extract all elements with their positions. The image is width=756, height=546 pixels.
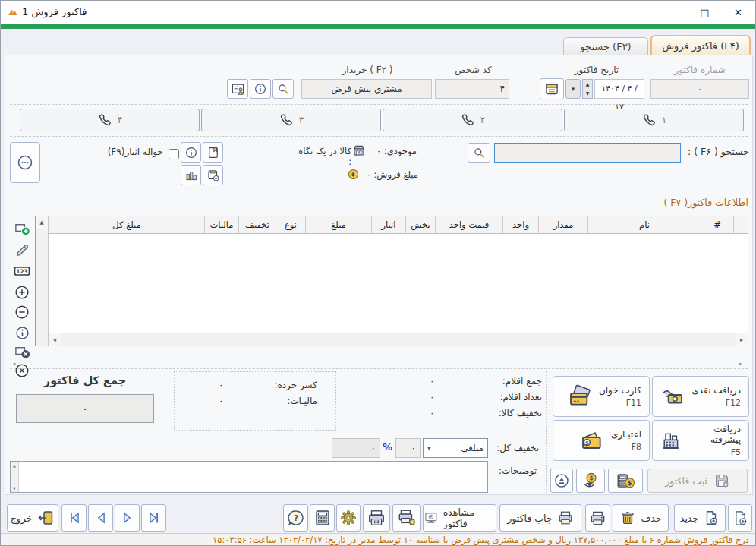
percent-sign: % <box>383 441 392 453</box>
table-vertical-scrollbar[interactable]: ▲ <box>36 216 49 346</box>
nav-last-button[interactable] <box>141 504 166 532</box>
edit-row-button[interactable] <box>12 240 32 260</box>
bookmark-button[interactable] <box>203 142 223 163</box>
col-total[interactable]: مبلغ کل <box>49 216 204 233</box>
status-bar: درج فاکتور فروش شماره ۶ با مبلغ ۱۳۷,۵۰۰,… <box>1 533 755 545</box>
print-invoice-button[interactable]: چاپ فاکتور <box>499 504 581 532</box>
advanced-receive-button[interactable]: دریافت پیشرفتهF5 <box>652 420 749 461</box>
print-settings-button[interactable] <box>392 504 421 532</box>
cash-receive-button[interactable]: دریافت نقدیF12 <box>652 376 749 417</box>
calculator-button[interactable] <box>310 504 335 532</box>
new-invoice-button[interactable]: جدید <box>674 504 726 532</box>
submit-invoice-button[interactable]: ثبت فاکتور <box>647 469 748 493</box>
help-button[interactable] <box>283 504 308 532</box>
item-chart-button[interactable] <box>181 165 201 185</box>
col-section[interactable]: بخش <box>405 216 435 233</box>
separator <box>546 371 547 493</box>
new-document-button[interactable] <box>728 504 752 532</box>
invoice-number-field[interactable] <box>650 79 749 99</box>
quick-search-input[interactable] <box>494 143 681 163</box>
exit-button[interactable]: خروج <box>7 504 58 532</box>
separator <box>162 371 162 428</box>
nav-next-button[interactable] <box>115 504 140 532</box>
col-warehouse[interactable]: انبار <box>371 216 405 233</box>
table-horizontal-scrollbar[interactable]: ◂ ▸ <box>49 333 748 346</box>
calendar-button[interactable] <box>540 78 564 99</box>
save-check-button[interactable] <box>203 165 223 185</box>
add-row-button[interactable] <box>12 219 32 238</box>
col-discount[interactable]: تخفیف <box>238 216 276 233</box>
col-unit-price[interactable]: قیمت واحد <box>435 216 502 233</box>
col-tax[interactable]: مالیات <box>204 216 238 233</box>
discount-mode-select[interactable]: مبلغی▾ <box>423 438 488 458</box>
quick-print-button[interactable] <box>585 504 610 532</box>
delete-row-button[interactable] <box>12 342 32 361</box>
decrease-qty-button[interactable] <box>12 302 32 322</box>
col-unit[interactable]: واحد <box>502 216 538 233</box>
phone-button-2[interactable]: ۲ <box>383 109 562 131</box>
notes-scrollbar[interactable]: ▲▼ <box>11 462 19 492</box>
tab-sales-invoice[interactable]: فاکتور فروش (F۴) <box>650 35 751 55</box>
increase-qty-button[interactable] <box>12 282 32 302</box>
goods-discount-label: تخفیف کالا: <box>499 408 542 418</box>
tab-search[interactable]: جستجو (F۳) <box>563 37 648 55</box>
trash-icon <box>619 510 636 526</box>
item-info-button[interactable] <box>181 142 201 163</box>
nav-first-button[interactable] <box>61 504 87 532</box>
calendar-icon <box>544 81 559 96</box>
invoice-date-field[interactable]: ۱۴۰۴ / ۴ / ۱۷ <box>594 79 644 99</box>
submit-invoice-label: ثبت فاکتور <box>665 475 707 487</box>
buyer-info-button[interactable] <box>250 79 271 99</box>
notes-textarea[interactable] <box>10 461 488 493</box>
card-reader-button[interactable]: کارت خوانF11 <box>553 376 650 417</box>
more-options-button[interactable] <box>10 142 40 183</box>
phone-button-3[interactable]: ۳ <box>201 109 381 131</box>
date-spinner[interactable]: ▲▼ <box>582 79 593 99</box>
date-dropdown-button[interactable]: ▾ <box>565 79 581 99</box>
phone-button-1[interactable]: ۱ <box>564 109 744 131</box>
scroll-up-icon[interactable]: ▲ <box>36 216 48 229</box>
col-amount[interactable]: مبلغ <box>305 216 371 233</box>
tax-label: مالیـات: <box>287 396 317 406</box>
quick-search-button[interactable] <box>468 143 490 163</box>
phone-button-4[interactable]: ۴ <box>20 109 200 131</box>
spinner-up-icon[interactable]: ▲ <box>583 80 592 89</box>
price-view-button[interactable] <box>576 469 605 493</box>
nav-previous-button[interactable] <box>88 504 113 532</box>
items-totals-group: جمع اقلام:۰ تعداد اقلام:۰ تخفیف کالا:۰ <box>430 376 542 418</box>
calculator-money-button[interactable] <box>608 469 643 493</box>
buyer-search-button[interactable] <box>272 79 294 99</box>
numpad-button[interactable] <box>12 261 32 281</box>
drawer-eject-button[interactable] <box>550 469 573 493</box>
col-index[interactable]: # <box>701 216 733 233</box>
collapse-chevron-left[interactable]: ▾ <box>13 361 16 368</box>
buyer-account-button[interactable] <box>227 79 248 99</box>
scroll-left-icon[interactable]: ◂ <box>49 333 61 346</box>
credit-sale-button[interactable]: اعتبـاریF8 <box>553 420 650 461</box>
sale-amount-readout: مبلغ فروش: ۰ <box>362 169 418 180</box>
col-name[interactable]: نام <box>587 216 701 233</box>
person-code-field[interactable] <box>435 79 509 99</box>
settings-button[interactable] <box>336 504 361 532</box>
col-quantity[interactable]: مقدار <box>538 216 587 233</box>
maximize-button[interactable]: □ <box>688 1 722 24</box>
buyer-field[interactable] <box>301 79 432 99</box>
warehouse-note-checkbox[interactable] <box>169 149 179 159</box>
discount-amount-field[interactable] <box>332 438 380 458</box>
spinner-down-icon[interactable]: ▼ <box>583 89 592 98</box>
delete-label: حذف <box>641 513 661 524</box>
scroll-right-icon[interactable]: ▸ <box>736 333 748 346</box>
view-invoice-button[interactable]: مشاهده فاکتور <box>423 504 496 532</box>
scroll-down-icon[interactable]: ▼ <box>13 486 16 491</box>
col-type[interactable]: نوع <box>276 216 305 233</box>
row-info-button[interactable] <box>12 323 32 342</box>
label-print-button[interactable] <box>363 504 390 532</box>
delete-invoice-button[interactable]: حذف <box>613 504 669 532</box>
notes-label: توضیحات: <box>491 466 537 476</box>
close-button[interactable]: ✕ <box>721 1 755 24</box>
scroll-up-icon[interactable]: ▲ <box>13 463 16 468</box>
new-label: جدید <box>680 513 698 524</box>
nav-last-icon <box>146 510 162 526</box>
collapse-chevron-right[interactable]: ▾ <box>739 361 742 368</box>
discount-percent-field[interactable] <box>395 438 421 458</box>
